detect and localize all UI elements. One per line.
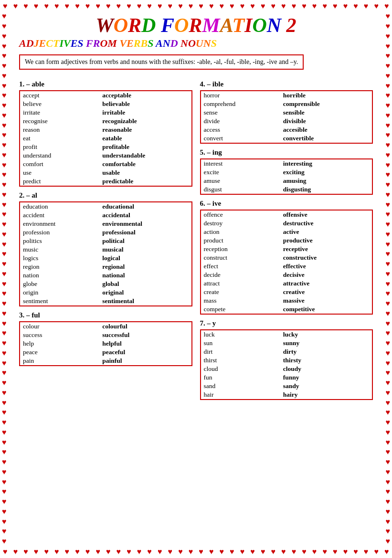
word-base: politics <box>23 237 102 245</box>
table-row: politicspolitical <box>20 237 191 245</box>
word-derived: political <box>102 237 188 245</box>
word-base: understand <box>23 152 102 159</box>
word-base: sentiment <box>23 297 102 305</box>
page-title: WORD FORMATION 2 <box>19 14 373 36</box>
word-derived: acceptable <box>102 92 188 99</box>
table-row: sentimentsentimental <box>20 297 191 305</box>
word-derived: professional <box>102 229 188 236</box>
word-derived: cloudy <box>283 365 369 373</box>
word-derived: painful <box>102 357 188 365</box>
table-row: painpainful <box>20 357 191 365</box>
table-row: attractattractive <box>201 279 372 288</box>
word-base: region <box>23 263 102 271</box>
word-base: sense <box>204 109 283 116</box>
word-derived: attractive <box>283 280 369 287</box>
section-header: 2. – al <box>19 191 192 200</box>
word-derived: constructive <box>283 254 369 262</box>
table-row: lucklucky <box>201 330 372 339</box>
word-base: reason <box>23 126 102 134</box>
table-row: predictpredictable <box>20 177 191 186</box>
word-derived: understandable <box>102 152 188 159</box>
section-header: 7. – y <box>200 319 373 327</box>
table-row: profitprofitable <box>20 143 191 151</box>
word-derived: sunny <box>283 339 369 347</box>
word-derived: productive <box>283 237 369 244</box>
section-6.–ive: 6. – iveoffenceoffensivedestroydestructi… <box>200 200 373 315</box>
table-row: amuseamusing <box>201 177 372 185</box>
word-base: create <box>204 288 283 296</box>
table-row: originoriginal <box>20 288 191 297</box>
word-base: horror <box>204 92 283 99</box>
word-base: fun <box>204 374 283 381</box>
table-row: regionregional <box>20 263 191 271</box>
word-base: eat <box>23 135 102 142</box>
table-row: dirtdirty <box>201 347 372 356</box>
word-derived: recognizable <box>102 117 188 125</box>
title-o1: O <box>114 14 128 36</box>
word-derived: lucky <box>283 331 369 338</box>
table-row: reasonreasonable <box>20 126 191 134</box>
table-row: useusable <box>20 168 191 177</box>
word-base: offence <box>204 211 283 219</box>
word-base: mass <box>204 297 283 305</box>
word-base: sand <box>204 382 283 390</box>
word-derived: national <box>102 272 188 279</box>
table-row: nationnational <box>20 271 191 280</box>
section-header: 4. – ible <box>200 80 373 88</box>
table-row: createcreative <box>201 288 372 296</box>
table-row: funfunny <box>201 373 372 382</box>
word-base: profession <box>23 229 102 236</box>
word-base: cloud <box>204 365 283 373</box>
word-base: divide <box>204 117 283 125</box>
word-table: horrorhorriblecomprehendcomprensiblesens… <box>200 90 373 144</box>
title-2: 2 <box>286 14 297 36</box>
word-base: pain <box>23 357 102 365</box>
section-3.–ful: 3. – fulcolourcolourfulsuccesssuccessful… <box>19 311 192 366</box>
table-row: interestinteresting <box>201 159 372 168</box>
word-derived: profitable <box>102 143 188 151</box>
word-derived: sandy <box>283 382 369 390</box>
word-derived: reasonable <box>102 126 188 134</box>
section-1.–able: 1. – ableacceptacceptablebelievebelievab… <box>19 80 192 187</box>
word-base: disgust <box>204 186 283 193</box>
section-5.–ing: 5. – inginterestinterestingexciteexcitin… <box>200 148 373 195</box>
title-r1: R <box>128 14 141 36</box>
word-derived: effective <box>283 263 369 270</box>
word-derived: interesting <box>283 160 369 168</box>
word-derived: successful <box>102 331 188 339</box>
table-row: exciteexciting <box>201 168 372 177</box>
table-row: accessaccesible <box>201 126 372 134</box>
word-derived: colourful <box>102 323 188 330</box>
word-derived: global <box>102 280 188 288</box>
title-a: A <box>220 14 233 36</box>
table-row: accidentaccidental <box>20 211 191 220</box>
section-header: 3. – ful <box>19 311 192 319</box>
title-o3: O <box>252 14 266 36</box>
word-derived: thirsty <box>283 357 369 364</box>
word-derived: creative <box>283 288 369 296</box>
table-row: logicslogical <box>20 254 191 263</box>
table-row: recogniserecognizable <box>20 117 191 126</box>
word-base: thirst <box>204 357 283 364</box>
word-derived: massive <box>283 297 369 305</box>
table-row: productproductive <box>201 236 372 245</box>
word-base: interest <box>204 160 283 168</box>
word-derived: disgusting <box>283 186 369 193</box>
word-base: globe <box>23 280 102 288</box>
table-row: effecteffective <box>201 262 372 271</box>
word-base: reception <box>204 245 283 253</box>
word-base: hair <box>204 391 283 399</box>
word-base: luck <box>204 331 283 338</box>
word-base: dirt <box>204 348 283 356</box>
word-base: accept <box>23 92 102 99</box>
word-table: luckluckysunsunnydirtdirtythirstthirstyc… <box>200 329 373 400</box>
word-derived: exciting <box>283 168 369 176</box>
word-derived: offensive <box>283 211 369 219</box>
word-base: predict <box>23 178 102 185</box>
word-derived: sensible <box>283 109 369 116</box>
word-derived: irritable <box>102 109 188 116</box>
table-row: helphelpful <box>20 339 191 348</box>
word-base: recognise <box>23 117 102 125</box>
table-row: constructconstructive <box>201 253 372 262</box>
word-base: accident <box>23 211 102 219</box>
